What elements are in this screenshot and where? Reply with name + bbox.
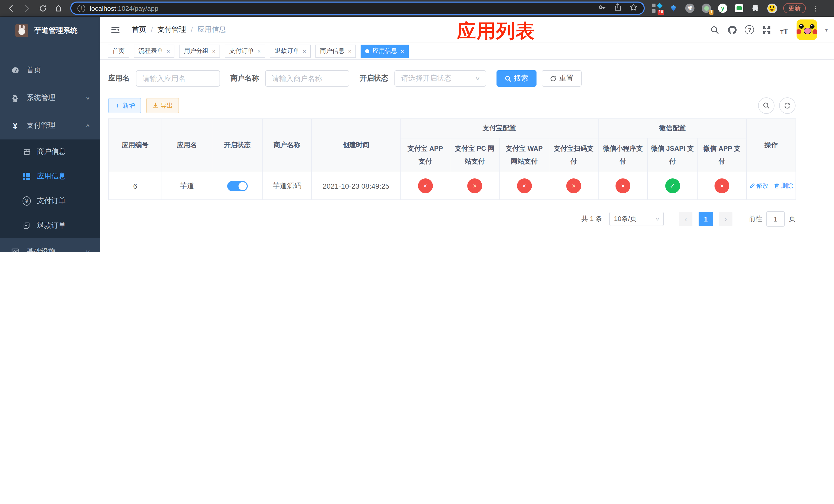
search-icon[interactable] [710, 25, 720, 35]
close-icon[interactable]: × [167, 48, 170, 54]
sidebar-item-pay-order[interactable]: ¥ 支付订单 [0, 189, 100, 213]
chevron-down-icon: ∨ [475, 76, 481, 81]
extension-y-icon[interactable]: y [718, 3, 728, 13]
close-icon[interactable]: × [303, 48, 306, 54]
sidebar-item-label: 基础设施 [27, 247, 56, 252]
forward-icon[interactable] [22, 3, 32, 13]
edit-button[interactable]: 修改 [749, 182, 769, 190]
tab-label: 商户信息 [320, 47, 345, 55]
extension-gem-icon[interactable] [668, 3, 679, 13]
col-app-name: 应用名 [162, 119, 212, 172]
breadcrumb-pay[interactable]: 支付管理 [157, 25, 186, 35]
close-icon[interactable]: × [212, 48, 215, 54]
table-row: 6 芋道 芋道源码 2021-10-23 08:49:25 × × × × × … [109, 172, 796, 200]
font-size-icon[interactable]: TT [780, 25, 789, 35]
status-cross-icon: × [566, 178, 581, 193]
add-button[interactable]: ＋ 新增 [108, 98, 141, 113]
sidebar: 芋道管理系统 首页 系统管理 ∨ ¥ 支付管理 ∧ [0, 17, 100, 252]
update-button[interactable]: 更新 [783, 3, 806, 13]
password-key-icon[interactable] [598, 3, 606, 13]
filter-form: 应用名 商户名称 开启状态 请选择开启状态 ∨ 搜索 重置 [108, 70, 795, 87]
breadcrumb: 首页 / 支付管理 / 应用信息 [132, 17, 226, 43]
profile-avatar-icon[interactable] [767, 3, 777, 13]
search-button[interactable]: 搜索 [497, 70, 536, 87]
chevron-up-icon: ∧ [85, 123, 91, 128]
monitor-chart-icon [11, 247, 20, 252]
app-title: 芋道管理系统 [35, 26, 78, 35]
sidebar-item-home[interactable]: 首页 [0, 56, 100, 84]
cell-merchant: 芋道源码 [262, 172, 312, 200]
browser-menu-icon[interactable]: ⋮ [812, 4, 819, 12]
chevron-down-icon: ∨ [85, 249, 91, 252]
goto-page-input[interactable] [766, 211, 785, 227]
extension-recorder-icon[interactable]: 1 [701, 3, 711, 13]
chevron-down-icon: ∨ [655, 216, 660, 221]
github-icon[interactable] [728, 25, 737, 35]
refresh-button[interactable] [779, 97, 795, 114]
app-logo[interactable]: 芋道管理系统 [0, 17, 100, 42]
col-created: 创建时间 [312, 119, 400, 172]
fullscreen-icon[interactable] [762, 25, 772, 35]
user-avatar[interactable] [797, 20, 817, 40]
tab-label: 用户分组 [184, 47, 208, 55]
breadcrumb-home[interactable]: 首页 [132, 25, 146, 35]
tab-process-form[interactable]: 流程表单× [134, 44, 175, 58]
cell-wechat-mini: × [598, 172, 648, 200]
col-merchant: 商户名称 [262, 119, 312, 172]
sidebar-item-refund-order[interactable]: 退款订单 [0, 213, 100, 238]
extension-chat-icon[interactable] [734, 3, 744, 13]
close-icon[interactable]: × [348, 48, 352, 54]
help-icon[interactable]: ? [745, 25, 754, 35]
share-icon[interactable] [614, 3, 622, 13]
tab-pay-order[interactable]: 支付订单× [225, 44, 265, 58]
browser-toolbar: i localhost:1024/pay/app 10 [0, 0, 834, 17]
tab-user-group[interactable]: 用户分组× [179, 44, 220, 58]
tab-app-info[interactable]: 应用信息× [360, 44, 409, 58]
sidebar-item-label: 退款订单 [37, 221, 66, 230]
page-unit-label: 页 [789, 214, 795, 224]
page-number-active[interactable]: 1 [699, 212, 713, 226]
prev-page-button[interactable]: ‹ [679, 212, 693, 226]
col-status: 开启状态 [212, 119, 262, 172]
back-icon[interactable] [6, 3, 16, 13]
avatar-caret-icon[interactable]: ▾ [825, 26, 828, 33]
close-icon[interactable]: × [401, 48, 404, 54]
tab-merchant-info[interactable]: 商户信息× [315, 44, 356, 58]
tab-home[interactable]: 首页 [108, 44, 129, 58]
export-button[interactable]: 导出 [146, 98, 179, 113]
merchant-name-input[interactable] [265, 70, 349, 87]
url-text: localhost:1024/pay/app [90, 4, 158, 12]
status-cross-icon: × [418, 178, 433, 193]
hamburger-icon[interactable] [110, 25, 120, 35]
sidebar-item-infra[interactable]: 基础设施 ∨ [0, 238, 100, 252]
toggle-search-button[interactable] [758, 97, 774, 114]
page-size-select[interactable]: 10条/页 ∨ [609, 212, 664, 226]
home-icon[interactable] [53, 3, 64, 13]
extension-dice-icon[interactable]: 10 [652, 3, 662, 13]
reload-icon[interactable] [38, 3, 48, 13]
next-page-button[interactable]: › [719, 212, 732, 226]
status-toggle[interactable] [227, 181, 247, 191]
cell-created: 2021-10-23 08:49:25 [312, 172, 400, 200]
address-bar[interactable]: i localhost:1024/pay/app [70, 2, 645, 15]
bookmark-star-icon[interactable] [629, 3, 638, 13]
page-annotation: 应用列表 [368, 19, 624, 44]
extensions-puzzle-icon[interactable] [750, 3, 761, 13]
merchant-name-label: 商户名称 [230, 74, 259, 83]
reset-button[interactable]: 重置 [542, 70, 581, 87]
sidebar-item-app[interactable]: 应用信息 [0, 164, 100, 189]
app-name-input[interactable] [136, 70, 220, 87]
extension-badge: 10 [658, 10, 664, 15]
site-info-icon[interactable]: i [78, 4, 85, 12]
sidebar-item-system[interactable]: 系统管理 ∨ [0, 84, 100, 112]
tab-label: 支付订单 [229, 47, 254, 55]
sidebar-item-pay[interactable]: ¥ 支付管理 ∧ [0, 112, 100, 139]
yen-icon: ¥ [11, 121, 20, 130]
col-group-alipay: 支付宝配置 [400, 119, 598, 138]
close-icon[interactable]: × [258, 48, 261, 54]
sidebar-item-merchant[interactable]: 商户信息 [0, 139, 100, 164]
status-select[interactable]: 请选择开启状态 ∨ [394, 70, 486, 87]
extension-command-icon[interactable]: ⌘ [685, 3, 695, 13]
tab-refund-order[interactable]: 退款订单× [270, 44, 311, 58]
delete-button[interactable]: 删除 [774, 182, 793, 190]
